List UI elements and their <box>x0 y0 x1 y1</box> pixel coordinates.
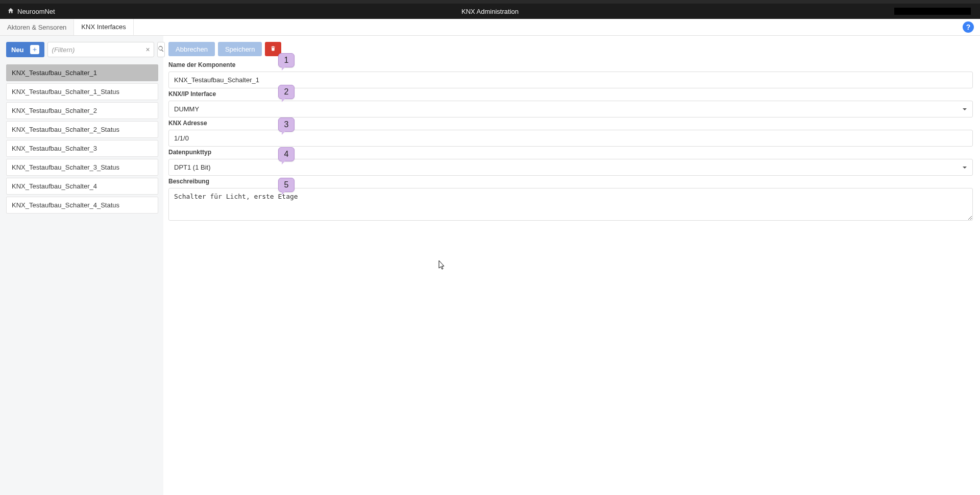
callout-1: 1 <box>278 53 295 67</box>
list-item[interactable]: KNX_Testaufbau_Schalter_3_Status <box>6 159 158 176</box>
component-list: KNX_Testaufbau_Schalter_1 KNX_Testaufbau… <box>6 64 158 214</box>
description-textarea[interactable] <box>168 188 973 221</box>
save-button[interactable]: Speichern <box>218 42 262 56</box>
list-item[interactable]: KNX_Testaufbau_Schalter_1 <box>6 64 158 81</box>
callout-5: 5 <box>278 178 295 192</box>
plus-icon <box>30 45 39 54</box>
filter-input-wrap: × <box>47 42 154 57</box>
brand-label: NeuroomNet <box>17 8 55 15</box>
list-item[interactable]: KNX_Testaufbau_Schalter_2 <box>6 102 158 119</box>
cancel-button[interactable]: Abbrechen <box>168 42 215 56</box>
clear-filter-icon[interactable]: × <box>142 45 154 54</box>
user-area-redacted <box>894 8 971 15</box>
brand[interactable]: NeuroomNet <box>0 7 55 16</box>
callout-3: 3 <box>278 117 295 132</box>
sidebar: Neu × KNX <box>0 36 163 495</box>
new-button[interactable]: Neu <box>6 42 44 57</box>
top-bar: NeuroomNet KNX Administration <box>0 4 980 19</box>
help-icon[interactable]: ? <box>963 21 974 33</box>
form-panel: Abbrechen Speichern Name der Komponente … <box>163 36 980 495</box>
callout-4: 4 <box>278 147 295 161</box>
page-title: KNX Administration <box>461 8 519 15</box>
list-item[interactable]: KNX_Testaufbau_Schalter_2_Status <box>6 121 158 138</box>
list-item[interactable]: KNX_Testaufbau_Schalter_4_Status <box>6 197 158 214</box>
tab-aktoren-sensoren[interactable]: Aktoren & Sensoren <box>0 19 74 35</box>
trash-icon <box>270 45 276 53</box>
address-input[interactable] <box>168 130 973 147</box>
home-icon <box>7 7 14 16</box>
callout-2: 2 <box>278 85 295 99</box>
interface-select[interactable] <box>168 101 973 117</box>
new-button-label: Neu <box>11 46 24 54</box>
filter-input[interactable] <box>48 42 142 57</box>
cursor-icon <box>438 260 446 270</box>
list-item[interactable]: KNX_Testaufbau_Schalter_3 <box>6 140 158 157</box>
list-item[interactable]: KNX_Testaufbau_Schalter_4 <box>6 178 158 195</box>
list-item[interactable]: KNX_Testaufbau_Schalter_1_Status <box>6 83 158 100</box>
tab-knx-interfaces[interactable]: KNX Interfaces <box>74 19 133 35</box>
tab-strip: Aktoren & Sensoren KNX Interfaces ? <box>0 19 980 36</box>
